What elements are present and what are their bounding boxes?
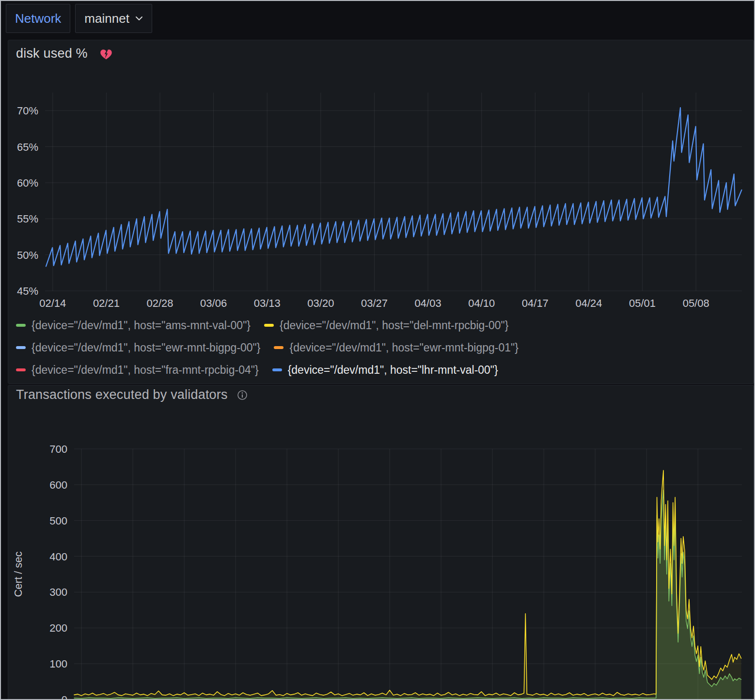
- disk-used-chart-canvas[interactable]: 02/1402/2102/2803/0603/1303/2003/2704/03…: [8, 40, 754, 315]
- legend-item-label: {device="/dev/md1", host="ewr-mnt-bigpg-…: [289, 341, 518, 354]
- svg-text:200: 200: [49, 622, 67, 634]
- svg-text:05/01: 05/01: [629, 297, 656, 309]
- svg-text:60%: 60%: [17, 177, 38, 189]
- svg-text:55%: 55%: [17, 213, 38, 225]
- legend-swatch: [16, 324, 26, 327]
- network-variable-dropdown[interactable]: mainnet: [75, 4, 152, 33]
- legend-swatch: [16, 346, 26, 349]
- axis-labels: 02/1402/2102/2803/0603/1303/2003/2704/03…: [12, 443, 711, 700]
- svg-text:04/03: 04/03: [415, 297, 441, 309]
- legend-swatch: [16, 368, 26, 371]
- svg-text:100: 100: [49, 658, 67, 670]
- legend-row: {device="/dev/md1", host="ams-mnt-val-00…: [16, 319, 532, 331]
- legend-item-ams-mnt-val-00[interactable]: {device="/dev/md1", host="ams-mnt-val-00…: [16, 319, 251, 332]
- svg-text:0: 0: [62, 694, 67, 700]
- transactions-chart-canvas[interactable]: 02/1402/2102/2803/0603/1303/2003/2704/03…: [8, 408, 754, 700]
- legend-item-label: {device="/dev/md1", host="ewr-mnt-bigpg-…: [31, 341, 260, 354]
- legend-row: {device="/dev/md1", host="ewr-mnt-bigpg-…: [16, 342, 532, 353]
- panel2-title: Transactions executed by validators: [16, 387, 228, 402]
- network-label: Network: [15, 11, 61, 26]
- chevron-down-icon: [135, 16, 143, 21]
- svg-text:04/17: 04/17: [522, 297, 549, 309]
- legend-item-lhr-mnt-val-00[interactable]: {device="/dev/md1", host="lhr-mnt-val-00…: [272, 364, 498, 377]
- legend-item-label: {device="/dev/md1", host="ams-mnt-val-00…: [31, 319, 251, 332]
- legend-swatch: [264, 324, 274, 327]
- legend-item-label: {device="/dev/md1", host="lhr-mnt-val-00…: [288, 364, 498, 377]
- svg-text:700: 700: [49, 443, 67, 455]
- svg-text:03/27: 03/27: [361, 297, 388, 309]
- series-line-validators-green: [74, 490, 741, 699]
- legend-item-ewr-mnt-bigpg-01[interactable]: {device="/dev/md1", host="ewr-mnt-bigpg-…: [274, 341, 518, 354]
- svg-text:02/14: 02/14: [39, 297, 66, 309]
- svg-text:03/13: 03/13: [254, 297, 281, 309]
- svg-text:400: 400: [49, 551, 67, 563]
- svg-text:70%: 70%: [17, 105, 38, 117]
- series-fill-validators-green: [74, 490, 741, 700]
- series-line-validators-yellow: [74, 470, 741, 696]
- panel-transactions: Transactions executed by validators 02/1…: [8, 385, 754, 700]
- legend-swatch: [274, 346, 283, 349]
- panel-title-row: Transactions executed by validators: [16, 387, 248, 402]
- legend-item-label: {device="/dev/md1", host="del-mnt-rpcbig…: [280, 319, 508, 332]
- svg-text:300: 300: [49, 586, 67, 598]
- legend-item-fra-mnt-rpcbig-04[interactable]: {device="/dev/md1", host="fra-mnt-rpcbig…: [16, 364, 259, 377]
- svg-text:03/20: 03/20: [307, 297, 334, 309]
- svg-text:05/08: 05/08: [683, 297, 709, 309]
- svg-text:50%: 50%: [17, 249, 38, 261]
- series-line-disk-used-lhr-mnt-val-00: [46, 108, 742, 266]
- svg-text:04/10: 04/10: [468, 297, 495, 309]
- svg-text:02/28: 02/28: [147, 297, 173, 309]
- svg-text:600: 600: [49, 479, 67, 491]
- network-variable-label: Network: [6, 4, 70, 33]
- svg-text:04/24: 04/24: [575, 297, 602, 309]
- axis-labels: 02/1402/2102/2803/0603/1303/2003/2704/03…: [17, 105, 709, 309]
- panel-disk-used: disk used % 02/1402/2102/2803/0603/1303/…: [8, 40, 754, 384]
- gridlines: [45, 93, 742, 291]
- y-axis-title: Cert / sec: [12, 551, 24, 597]
- legend-swatch: [272, 368, 282, 371]
- legend-item-del-mnt-rpcbig-00[interactable]: {device="/dev/md1", host="del-mnt-rpcbig…: [264, 319, 508, 332]
- legend-row: {device="/dev/md1", host="fra-mnt-rpcbig…: [16, 364, 532, 376]
- info-icon[interactable]: [236, 389, 248, 401]
- gridlines: [74, 449, 742, 700]
- network-value[interactable]: mainnet: [84, 11, 129, 26]
- svg-text:45%: 45%: [17, 285, 38, 297]
- legend-item-label: {device="/dev/md1", host="fra-mnt-rpcbig…: [31, 364, 259, 377]
- svg-text:03/06: 03/06: [200, 297, 227, 309]
- svg-text:500: 500: [49, 515, 67, 527]
- disk-used-legend: {device="/dev/md1", host="ams-mnt-val-00…: [16, 319, 532, 386]
- dashboard-variable-row: Network mainnet: [6, 4, 152, 33]
- svg-text:65%: 65%: [17, 141, 38, 153]
- series-fill-validators-yellow: [74, 470, 741, 700]
- legend-item-ewr-mnt-bigpg-00[interactable]: {device="/dev/md1", host="ewr-mnt-bigpg-…: [16, 341, 260, 354]
- svg-text:02/21: 02/21: [93, 297, 120, 309]
